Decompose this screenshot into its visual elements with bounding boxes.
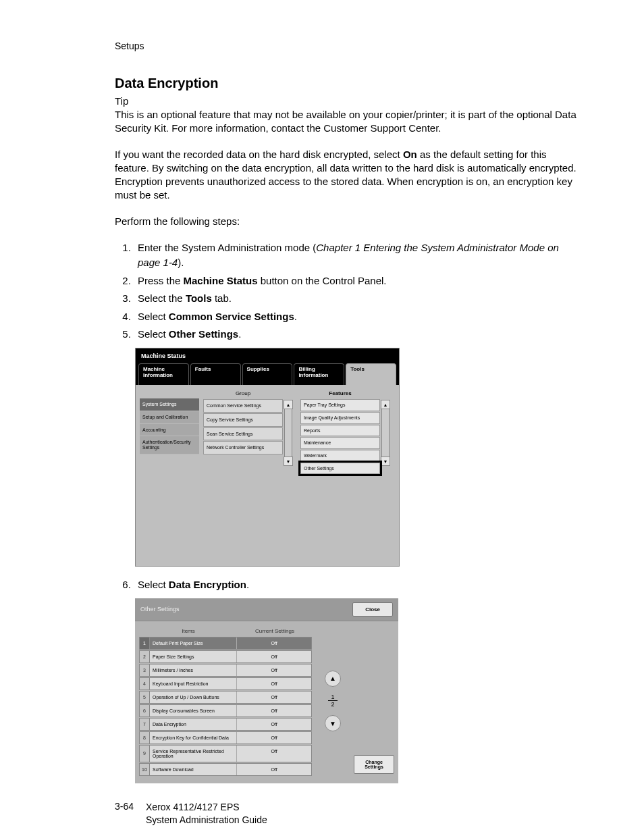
scroll-down-icon[interactable]: ▼	[284, 457, 293, 466]
close-button[interactable]: Close	[352, 602, 393, 617]
row-default-print-paper-size[interactable]: 1 Default Print Paper Size Off	[139, 637, 312, 650]
row-encryption-key[interactable]: 8 Encryption Key for Confidential Data O…	[139, 731, 312, 744]
row-val: Off	[236, 678, 311, 689]
row-val: Off	[236, 746, 311, 762]
row-num: 7	[140, 719, 150, 730]
scroll-up-icon[interactable]: ▲	[284, 400, 293, 409]
group-scroll: ▲ ▼	[284, 400, 292, 466]
tab-billing[interactable]: Billing Information	[294, 363, 344, 386]
row-num: 8	[140, 732, 150, 744]
perform-intro: Perform the following steps:	[115, 215, 583, 228]
row-name: Data Encryption	[150, 719, 236, 730]
row-data-encryption[interactable]: 7 Data Encryption Off	[139, 718, 312, 731]
footer-line2: System Administration Guide	[146, 814, 267, 827]
features-scroll: ▲ ▼	[381, 400, 390, 466]
feature-image-quality[interactable]: Image Quality Adjustments	[300, 412, 380, 424]
scroll-up-icon[interactable]: ▲	[381, 400, 390, 409]
row-num: 9	[140, 746, 150, 762]
list-pager: ▲ 1 2 ▼	[317, 625, 348, 777]
page-number: 3-64	[115, 801, 134, 827]
tip-label: Tip	[115, 95, 583, 107]
tools: Tools	[186, 292, 212, 304]
tab-tools[interactable]: Tools	[346, 363, 396, 386]
feature-paper-tray[interactable]: Paper Tray Settings	[300, 399, 380, 411]
tip-body: This is an optional feature that may not…	[115, 108, 583, 136]
row-name: Encryption Key for Confidential Data	[150, 732, 236, 744]
step-1: Enter the System Administration mode (Ch…	[134, 240, 583, 271]
row-val: Off	[236, 651, 311, 662]
group-column: Group Common Service Settings Copy Servi…	[203, 390, 283, 525]
row-name: Paper Size Settings	[150, 651, 236, 662]
features-column: Features Paper Tray Settings Image Quali…	[300, 390, 380, 525]
page-title: Data Encryption	[115, 76, 583, 91]
features-label: Features	[300, 390, 380, 396]
row-val: Off	[236, 664, 311, 676]
col-current: Current Settings	[238, 628, 312, 634]
text: If you want the recorded data on the har…	[115, 149, 403, 160]
text: .	[246, 579, 249, 590]
sidebar-accounting[interactable]: Accounting	[140, 424, 199, 437]
group-common-service[interactable]: Common Service Settings	[203, 399, 283, 413]
footer-line1: Xerox 4112/4127 EPS	[146, 801, 267, 814]
sidebar-auth-security[interactable]: Authentication/Security Settings	[140, 436, 199, 454]
page-up-icon[interactable]: ▲	[325, 671, 341, 687]
text: Press the	[138, 275, 184, 286]
on-keyword: On	[403, 149, 417, 160]
tab-faults[interactable]: Faults	[190, 363, 241, 386]
feature-watermark[interactable]: Watermark	[300, 450, 380, 462]
feature-reports[interactable]: Reports	[300, 425, 380, 437]
change-settings-button[interactable]: Change Settings	[354, 755, 394, 774]
row-val: Off	[236, 764, 311, 775]
tab-machine-info[interactable]: Machine Information	[138, 363, 189, 386]
step-2: Press the Machine Status button on the C…	[134, 273, 583, 289]
text: ).	[178, 257, 184, 268]
step-4: Select Common Service Settings.	[134, 309, 583, 325]
scroll-down-icon[interactable]: ▼	[381, 457, 390, 466]
row-software-download[interactable]: 10 Software Download Off	[139, 763, 312, 776]
text: Select	[138, 328, 169, 340]
col-items: Items	[139, 628, 238, 634]
right-panel: Change Settings	[354, 625, 394, 777]
sidebar-system-settings[interactable]: System Settings	[140, 398, 199, 411]
page-indicator: 1 2	[328, 694, 337, 709]
sidebar-setup-calibration[interactable]: Setup and Calibration	[140, 411, 199, 424]
step-6: Select Data Encryption.	[134, 577, 583, 593]
other-settings: Other Settings	[169, 328, 238, 340]
feature-other-settings[interactable]: Other Settings	[300, 463, 380, 475]
row-paper-size-settings[interactable]: 2 Paper Size Settings Off	[139, 650, 312, 663]
row-num: 10	[140, 764, 150, 775]
text: Select	[138, 311, 169, 322]
row-name: Millimeters / Inches	[150, 664, 236, 676]
row-name: Operation of Up / Down Buttons	[150, 692, 236, 703]
row-display-consumables[interactable]: 6 Display Consumables Screen Off	[139, 704, 312, 717]
text: tab.	[212, 292, 232, 304]
group-scan-service[interactable]: Scan Service Settings	[203, 427, 283, 441]
row-keyboard-restriction[interactable]: 4 Keyboard Input Restriction Off	[139, 677, 312, 690]
page-down-icon[interactable]: ▼	[325, 715, 341, 731]
feature-maintenance[interactable]: Maintenance	[300, 437, 380, 449]
row-name: Service Representative Restricted Operat…	[150, 746, 236, 762]
running-header: Setups	[115, 41, 583, 51]
row-val: Off	[236, 732, 311, 744]
row-millimeters-inches[interactable]: 3 Millimeters / Inches Off	[139, 664, 312, 677]
text: Select	[138, 579, 169, 590]
text: button on the Control Panel.	[258, 275, 387, 286]
step-3: Select the Tools tab.	[134, 291, 583, 307]
group-copy-service[interactable]: Copy Service Settings	[203, 413, 283, 427]
steps-list: Enter the System Administration mode (Ch…	[115, 240, 583, 342]
tab-supplies[interactable]: Supplies	[242, 363, 293, 386]
dialog-title: Other Settings	[140, 606, 180, 613]
row-up-down-buttons[interactable]: 5 Operation of Up / Down Buttons Off	[139, 691, 312, 704]
group-network-controller[interactable]: Network Controller Settings	[203, 441, 283, 454]
row-num: 2	[140, 651, 150, 662]
scroll-track[interactable]	[381, 409, 390, 457]
row-val: Off	[236, 705, 311, 716]
row-num: 1	[140, 637, 150, 649]
row-service-rep-restricted[interactable]: 9 Service Representative Restricted Oper…	[139, 745, 312, 762]
step-5: Select Other Settings.	[134, 327, 583, 342]
text: Select the	[138, 292, 186, 304]
window-title: Machine Status	[136, 348, 399, 363]
row-num: 6	[140, 705, 150, 716]
settings-list: Items Current Settings 1 Default Print P…	[139, 625, 312, 777]
scroll-track[interactable]	[284, 409, 292, 457]
